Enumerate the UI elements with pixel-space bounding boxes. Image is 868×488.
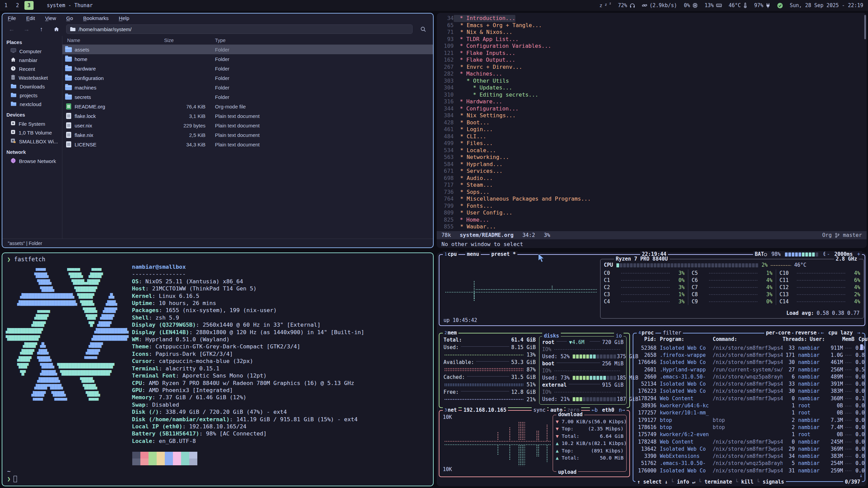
proc-row-178248[interactable]: 178248Web Content/nix/store/sm8fmrf3wps4… [633,438,865,445]
proc-row-179127[interactable]: 179127btopbtop2nambiar7.3M0.0 [633,416,865,424]
file-row-assets[interactable]: assetsFolder [62,45,433,54]
header-threads[interactable]: Threads: [783,336,806,342]
file-row-home[interactable]: homeFolder [62,54,433,64]
org-line[interactable]: 799* Fonts... [437,203,867,210]
up-button[interactable]: ↑ [36,25,46,34]
org-line[interactable]: 499* Files... [437,140,867,147]
sidebar-item-smallbox-wi-[interactable]: SMALLBOX Wi... [2,137,62,146]
org-line[interactable]: 563* Networking... [437,154,867,161]
org-line[interactable]: 267* Envrc + Direnv... [437,64,867,71]
sidebar-item-nambiar[interactable]: nambiar [2,56,62,64]
tab-net[interactable]: 3net [443,407,458,413]
proc-key-kill[interactable]: kill [741,479,753,485]
menu-edit[interactable]: Edit [26,15,35,21]
file-row-secrets[interactable]: secretsFolder [62,92,433,102]
sidebar-item-browse-network[interactable]: Browse Network [2,157,62,165]
proc-key-signals[interactable]: signals [763,479,784,485]
menu-help[interactable]: Help [119,15,129,21]
proc-row-13642[interactable]: 13642Isolated Web Co/nix/store/sm8fmrf3w… [633,445,865,452]
org-line[interactable]: 71* Nix & Nixos... [437,29,867,36]
filter-button[interactable]: filter [661,330,683,336]
proc-scrollbar-thumb[interactable] [860,344,863,350]
per-core-button[interactable]: per-core [764,330,792,336]
proc-row-2660[interactable]: 2660.emacs-31.0.50-/nix/store/wnqz5pa8ra… [633,373,865,380]
file-row-configuration[interactable]: configurationFolder [62,73,433,83]
proc-row-176223[interactable]: 176223Isolated Web Co/nix/store/sm8fmrf3… [633,388,865,395]
sidebar-item-file-system[interactable]: File System [2,119,62,128]
header-command[interactable]: Command: [713,336,783,342]
sidebar-item-downloads[interactable]: Downloads [2,82,62,91]
org-line[interactable]: 461* Login... [437,126,867,133]
forward-button[interactable]: → [21,25,32,34]
file-row-LICENSE[interactable]: LICENSE34,3 KiBPlain text document [62,140,433,149]
org-line[interactable]: 717* Steam... [437,182,867,189]
org-line[interactable]: 855* Waubar... [437,223,867,230]
file-row-user.nix[interactable]: user.nix229 bytesPlain text document [62,121,433,130]
org-line[interactable]: 162* Flake Output... [437,57,867,64]
org-line[interactable]: 698* Audio... [437,175,867,182]
menu-file[interactable]: File [8,15,16,21]
workspace-3-active[interactable]: 3 [24,1,34,10]
org-line[interactable]: 584* Hyprland... [437,161,867,168]
net-sync-button[interactable]: sync [532,407,547,413]
io-mode-button[interactable]: io [614,333,624,339]
sidebar-item-recent[interactable]: Recent [2,64,62,73]
cpu-module[interactable]: 0% [684,2,698,8]
org-line[interactable]: 282* Machines... [437,70,867,78]
shell-prompt-empty[interactable]: ❯ [7,475,17,482]
proc-row-176646[interactable]: 176646Isolated Web Co/nix/store/sm8fmrf3… [633,359,865,366]
sidebar-item-wastebasket[interactable]: Wastebasket [2,73,62,82]
header-memb[interactable]: MemB [837,336,854,342]
proc-row-2601[interactable]: 2601.Hyprland-wrapp/run/current-system/s… [633,366,865,373]
proc-row-3390[interactable]: 3390WebExtensions/nix/store/sm8fmrf3wps4… [633,453,865,460]
proc-key-terminate[interactable]: terminate [705,479,732,485]
temperature-module[interactable]: 46°C [729,2,747,8]
menu-view[interactable]: View [45,15,56,21]
proc-row-2658[interactable]: 2658.firefox-wrappe/nix/store/sm8fmrf3wp… [633,351,865,359]
column-size[interactable]: Size [164,38,209,43]
org-line[interactable]: 65* Emacs + Org + Tangle... [437,22,867,29]
org-line[interactable]: 428* Boot... [437,119,867,126]
workspace-2[interactable]: 2 [13,1,22,10]
menu-go[interactable]: Go [66,15,73,21]
proc-row-176000[interactable]: 176000Isolated Web Co/nix/store/sm8fmrf3… [633,467,865,474]
volume-module[interactable]: 72% [618,2,635,8]
sidebar-item-computer[interactable]: Computer [2,47,62,56]
preset-button[interactable]: preset * [490,251,517,257]
sort-selector[interactable]: ← cpu lazy → [819,330,862,336]
reverse-button[interactable]: reverse [793,330,818,336]
column-name[interactable]: Name [62,38,164,43]
column-type[interactable]: Type [209,38,225,43]
proc-row-177257[interactable]: 177257kworker/10:1-mm_1root0B0.0 [633,409,865,416]
header-program[interactable]: Program: [660,336,713,342]
proc-row-52368[interactable]: 52368Isolated Web Co/nix/store/sm8fmrf3w… [633,344,865,351]
org-line[interactable]: 316* Hardware... [437,98,867,105]
emacs-scrollbar-thumb[interactable] [864,15,866,39]
sidebar-item-projects[interactable]: projects [2,91,62,100]
proc-row-178616[interactable]: 178616btopbtop2nambiar7.4M0.0 [633,424,865,431]
file-row-README.org[interactable]: README.org76,4 KiBOrg-mode file [62,102,433,111]
battery-module[interactable]: 97% [754,2,770,8]
file-row-flake.nix[interactable]: flake.nix2,5 KiBPlain text document [62,130,433,140]
proc-row-51762[interactable]: 51762.emacs-31.0.50-/nix/store/wnqz5pa8r… [633,460,865,467]
org-line[interactable]: 310* Editing secrets... [437,92,867,99]
proc-key-info[interactable]: info ↵ [677,479,695,485]
tab-proc[interactable]: 4proc [637,330,655,336]
org-line[interactable]: 825* Home... [437,217,867,224]
org-line[interactable]: 534* Locale... [437,147,867,154]
memory-module[interactable]: 13% [705,2,722,8]
proc-row-38936[interactable]: 38936kworker/u64:6-kc1root0B0.0 [633,402,865,409]
header-cpu[interactable]: Cpu% [859,336,868,342]
org-line[interactable]: 671* Services... [437,168,867,175]
status-ok-badge[interactable] [777,3,783,8]
back-button[interactable]: ← [6,25,17,34]
home-button[interactable] [51,25,61,34]
org-line[interactable]: 344* Configuration... [437,105,867,113]
org-line[interactable]: 109* Configuration Variables... [437,43,867,50]
file-row-flake.lock[interactable]: flake.lock3,1 KiBPlain text document [62,111,433,121]
sidebar-item-nextcloud[interactable]: nextcloud [2,100,62,108]
network-module[interactable]: (2.9kb/s) [642,2,677,8]
org-line[interactable]: 93* TLDR App List... [437,36,867,43]
org-line[interactable]: 809* User Config... [437,209,867,217]
org-line[interactable]: 384* Nix Settings... [437,112,867,119]
